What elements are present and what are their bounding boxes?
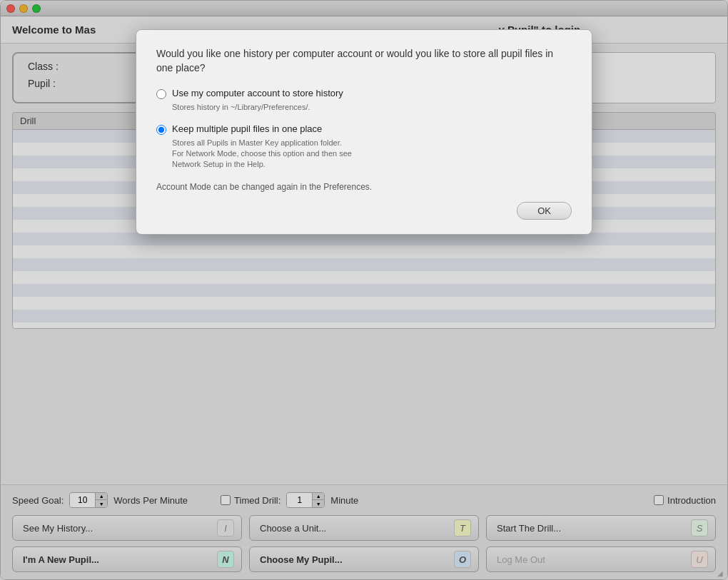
radio-option-2-input[interactable] [156, 125, 166, 135]
radio-option-1-sublabel: Stores history in ~/Library/Preferences/… [172, 102, 572, 113]
radio-option-1-label[interactable]: Use my computer account to store history [172, 88, 343, 98]
modal-ok-row: OK [156, 202, 572, 220]
radio-option-1-input[interactable] [156, 89, 166, 99]
modal-overlay: Would you like one history per computer … [1, 1, 727, 579]
radio-option-1[interactable]: Use my computer account to store history [156, 88, 572, 99]
radio-option-2[interactable]: Keep multiple pupil files in one place [156, 123, 572, 135]
radio-option-2-sublabel: Stores all Pupils in Master Key applicat… [172, 138, 572, 171]
main-window: Welcome to Mas y Pupil" to login. Class … [0, 0, 728, 580]
modal-question: Would you like one history per computer … [156, 47, 572, 75]
ok-button[interactable]: OK [517, 202, 572, 220]
modal-dialog: Would you like one history per computer … [136, 29, 592, 235]
modal-footer-text: Account Mode can be changed again in the… [156, 182, 572, 192]
radio-option-2-label[interactable]: Keep multiple pupil files in one place [172, 123, 322, 134]
